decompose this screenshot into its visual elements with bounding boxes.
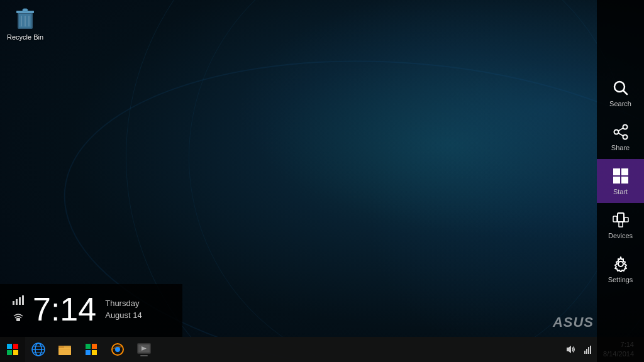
- charm-start[interactable]: Start: [597, 159, 644, 203]
- settings-charm-icon: [612, 255, 630, 273]
- taskbar-store-button[interactable]: [78, 337, 104, 362]
- svg-point-30: [115, 347, 120, 352]
- svg-rect-38: [588, 347, 589, 354]
- svg-point-42: [623, 124, 627, 129]
- taskbar-start-button[interactable]: [0, 337, 25, 362]
- svg-marker-35: [567, 346, 571, 353]
- search-charm-icon: [612, 79, 630, 97]
- charm-devices[interactable]: Devices: [597, 203, 644, 247]
- svg-rect-48: [621, 168, 628, 175]
- network-systray-icon[interactable]: [580, 337, 596, 362]
- svg-rect-51: [618, 213, 624, 222]
- svg-rect-13: [13, 344, 18, 349]
- signal-bars-icon: [13, 295, 24, 307]
- clock-time: 7:14: [33, 293, 96, 326]
- svg-rect-25: [86, 344, 91, 349]
- taskbar-media-button[interactable]: [131, 337, 157, 362]
- svg-line-41: [623, 90, 627, 94]
- svg-rect-52: [613, 216, 617, 222]
- charm-search[interactable]: Search: [597, 71, 644, 115]
- svg-rect-24: [59, 349, 70, 349]
- svg-rect-36: [584, 351, 586, 354]
- clock-date: Thursday August 14: [105, 297, 142, 322]
- settings-charm-label: Settings: [608, 276, 633, 283]
- svg-point-57: [618, 261, 623, 266]
- clock-day: Thursday: [105, 297, 142, 310]
- svg-line-45: [618, 128, 623, 131]
- svg-rect-22: [58, 348, 71, 355]
- svg-rect-9: [19, 297, 21, 305]
- devices-charm-icon: [612, 211, 630, 229]
- devices-charm-label: Devices: [608, 232, 633, 239]
- taskbar-ie-button[interactable]: [25, 337, 52, 362]
- svg-rect-15: [13, 350, 18, 355]
- svg-rect-56: [619, 222, 623, 227]
- recycle-bin-image: [14, 6, 36, 31]
- recycle-bin-label: Recycle Bin: [7, 33, 43, 41]
- svg-rect-27: [86, 350, 91, 355]
- search-charm-label: Search: [609, 100, 631, 107]
- clock-signal-icons: [13, 295, 24, 324]
- svg-rect-10: [22, 295, 24, 305]
- charms-bar: Search Share: [597, 0, 644, 362]
- svg-rect-11: [16, 318, 20, 321]
- volume-icon[interactable]: [563, 337, 578, 362]
- svg-point-44: [623, 134, 627, 139]
- network-icon: [13, 311, 24, 324]
- svg-rect-49: [613, 177, 620, 184]
- clock-date-line: August 14: [105, 309, 142, 322]
- svg-rect-37: [586, 349, 587, 354]
- charm-share[interactable]: Share: [597, 115, 644, 159]
- asus-logo: ASUS: [553, 314, 594, 331]
- share-charm-label: Share: [611, 144, 630, 151]
- svg-rect-50: [621, 177, 628, 184]
- svg-rect-53: [625, 217, 628, 222]
- desktop: Recycle Bin ASUS 7:14: [0, 0, 644, 362]
- svg-rect-47: [613, 168, 620, 175]
- svg-rect-28: [92, 350, 97, 355]
- svg-rect-7: [13, 301, 14, 305]
- svg-rect-34: [140, 355, 148, 356]
- taskbar: 7:14 8/14/2014: [0, 337, 644, 362]
- svg-rect-8: [16, 299, 18, 305]
- svg-rect-23: [58, 346, 64, 348]
- svg-point-43: [614, 129, 618, 134]
- svg-rect-14: [7, 350, 12, 355]
- taskbar-ie2-button[interactable]: [104, 337, 131, 362]
- recycle-bin-icon[interactable]: Recycle Bin: [3, 3, 47, 44]
- charm-settings[interactable]: Settings: [597, 247, 644, 291]
- start-charm-icon: [612, 167, 630, 185]
- svg-line-46: [618, 133, 623, 136]
- svg-rect-12: [7, 344, 12, 349]
- svg-rect-26: [92, 344, 97, 349]
- taskbar-explorer-button[interactable]: [52, 337, 78, 362]
- share-charm-icon: [612, 123, 630, 141]
- svg-rect-39: [590, 346, 591, 354]
- taskbar-pinned-icons: [25, 337, 563, 362]
- start-charm-label: Start: [613, 188, 628, 195]
- svg-rect-3: [23, 9, 28, 11]
- clock-overlay: 7:14 Thursday August 14: [0, 284, 182, 337]
